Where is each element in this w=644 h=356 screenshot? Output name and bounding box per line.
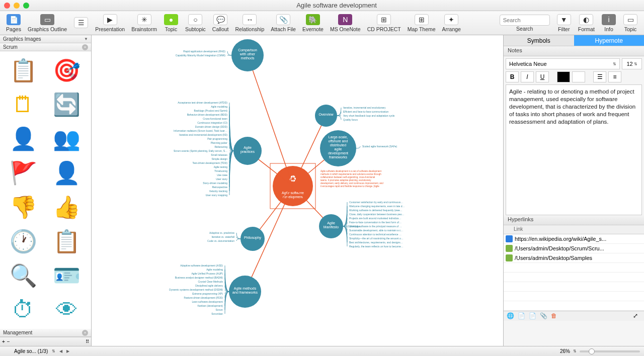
mindmap-canvas[interactable]: ♻Agile softwaredevelopmentAgile software… <box>92 35 503 346</box>
thumbs-down-icon[interactable]: 👎 <box>3 191 43 223</box>
thumbs-up-icon[interactable]: 👍 <box>47 191 87 223</box>
flag-person-icon[interactable]: 🚩 <box>3 157 43 189</box>
team-gear-icon[interactable]: 👥 <box>47 123 87 155</box>
page-selector[interactable]: Agile so... (1/3) <box>14 348 48 354</box>
zoom-level[interactable]: 26% <box>560 348 570 354</box>
resize-handle[interactable]: ⠿ <box>86 339 89 344</box>
person-icon[interactable]: 👤 <box>47 157 87 189</box>
svg-text:Iterative vs. waterfall: Iterative vs. waterfall <box>211 235 234 238</box>
target-icon[interactable]: 🎯 <box>47 54 87 86</box>
remove-button[interactable]: − <box>7 339 10 344</box>
clock-icon[interactable]: 🕐 <box>3 225 43 257</box>
align-button[interactable]: ≡ <box>608 71 621 82</box>
svg-text:Disciplined agile delivery: Disciplined agile delivery <box>195 284 223 287</box>
text-color-button[interactable] <box>557 71 570 82</box>
svg-text:Adaptive vs. predictive: Adaptive vs. predictive <box>209 231 234 234</box>
svg-text:Agile modeling: Agile modeling <box>211 105 227 108</box>
window-zoom[interactable] <box>23 3 29 9</box>
bg-color-button[interactable] <box>572 71 585 82</box>
close-icon[interactable]: × <box>82 44 88 50</box>
svg-text:Kanban (development): Kanban (development) <box>197 304 223 307</box>
toolbar-item[interactable]: ☰ <box>70 16 92 30</box>
toolbar-pages[interactable]: 📄Pages <box>3 13 24 33</box>
link-doc-icon[interactable]: 📄 <box>529 312 537 320</box>
tab-symbols[interactable]: Symbols <box>504 35 574 46</box>
toolbar-callout[interactable]: 💬Callout <box>209 13 232 33</box>
tab-hypernote[interactable]: Hypernote <box>574 35 645 46</box>
toolbar-topic[interactable]: ▭Topic <box>620 13 641 33</box>
next-page[interactable]: ▶ <box>66 349 69 353</box>
italic-button[interactable]: I <box>521 71 534 82</box>
note-textarea[interactable]: Agile - relating to or denoting a method… <box>506 84 642 215</box>
svg-text:Lean software development: Lean software development <box>192 300 223 303</box>
sidebar-header-scrum[interactable]: Scrum × <box>0 43 91 51</box>
toolbar-search[interactable]: Search <box>497 14 553 33</box>
eye-icon[interactable]: 👁 <box>47 294 87 326</box>
toolbar-info[interactable]: iInfo <box>598 13 619 33</box>
right-panel: Symbols Hypernote Notes Helvetica Neue⇅ … <box>503 35 644 346</box>
link-web-icon[interactable]: 🌐 <box>507 312 515 320</box>
gauge-icon[interactable]: ⏱ <box>3 294 43 326</box>
toolbar-format[interactable]: ◐Format <box>575 13 598 33</box>
svg-text:Continuous attention to techni: Continuous attention to technical excell… <box>349 233 401 236</box>
toolbar-arrange[interactable]: ✦Arrange <box>439 13 464 33</box>
svg-text:Very short feedback loop and a: Very short feedback loop and adaptation … <box>343 114 395 117</box>
expand-icon[interactable]: ⤢ <box>633 312 641 320</box>
sidebar-header-graphics[interactable]: Graphics Images ▼ <box>0 35 91 43</box>
svg-text:Regularly, the team reflects o: Regularly, the team reflects on how to b… <box>349 245 404 248</box>
font-select[interactable]: Helvetica Neue⇅ <box>506 58 620 69</box>
toolbar-cd-project[interactable]: ⊞CD PROJECT <box>364 13 404 33</box>
svg-text:Extreme programming (XP): Extreme programming (XP) <box>192 292 223 295</box>
toolbar-evernote[interactable]: 🐘Evernote <box>299 13 327 33</box>
svg-text:Scrum: Scrum <box>216 308 223 311</box>
toolbar: 📄Pages▭Graphics Outline☰▶Presentation✳Br… <box>0 11 644 35</box>
svg-text:Agile Unified Process (AUP): Agile Unified Process (AUP) <box>191 272 223 275</box>
toolbar-topic[interactable]: ●Topic <box>160 13 182 33</box>
link-topic-icon[interactable]: 📎 <box>540 312 548 320</box>
font-size-select[interactable]: 12⇅ <box>622 58 642 69</box>
id-card-icon[interactable]: 🪪 <box>47 259 87 292</box>
sticky-note-icon[interactable]: 🗒 <box>3 88 43 121</box>
svg-text:Adaptive software development : Adaptive software development (ASD) <box>180 264 223 267</box>
link-row[interactable]: https://en.wikipedia.org/wiki/Agile_s... <box>504 234 644 244</box>
sidebar-header-management[interactable]: Management × <box>0 329 91 337</box>
link-del-icon[interactable]: 🗑 <box>551 312 559 320</box>
svg-text:Simplicity—the art of maximizi: Simplicity—the art of maximizing the amo… <box>349 237 404 240</box>
svg-text:Refactoring: Refactoring <box>214 145 227 148</box>
toolbar-graphics-outline[interactable]: ▭Graphics Outline <box>25 13 70 33</box>
svg-text:Continuous integration (CI): Continuous integration (CI) <box>197 121 227 124</box>
clipboard-icon[interactable]: 📋 <box>47 225 87 257</box>
close-icon[interactable]: × <box>82 330 88 336</box>
svg-text:Projects are built around moti: Projects are built around motivated indi… <box>349 217 401 220</box>
window-minimize[interactable] <box>14 3 20 9</box>
toolbar-ms-onenote[interactable]: NMS OneNote <box>327 13 364 33</box>
toolbar-relationship[interactable]: ↔Relationship <box>232 13 268 33</box>
link-row[interactable]: /Users/admin/Desktop/Scrum/Scru... <box>504 244 644 253</box>
money-person-icon[interactable]: 👤 <box>3 123 43 155</box>
checklist-icon[interactable]: 📋 <box>3 54 43 86</box>
toolbar-presentation[interactable]: ▶Presentation <box>92 13 128 33</box>
link-row[interactable]: /Users/admin/Desktop/Samples <box>504 253 644 263</box>
toolbar-attach-file[interactable]: 📎Attach File <box>268 13 299 33</box>
svg-text:Behavior-driven development (B: Behavior-driven development (BDD) <box>187 113 228 116</box>
add-button[interactable]: + <box>2 339 5 344</box>
cycle-icon[interactable]: 🔄 <box>47 88 87 121</box>
underline-button[interactable]: U <box>536 71 549 82</box>
bold-button[interactable]: B <box>506 71 519 82</box>
toolbar-map-theme[interactable]: ⊞Map Theme <box>405 13 439 33</box>
svg-text:Feature-driven development (FD: Feature-driven development (FDD) <box>184 296 223 299</box>
svg-text:Test-driven development (TDD): Test-driven development (TDD) <box>193 161 228 164</box>
zoom-slider[interactable] <box>580 350 640 352</box>
prev-page[interactable]: ◀ <box>59 349 62 353</box>
svg-text:Efficient and face-to-face com: Efficient and face-to-face communication <box>343 110 388 113</box>
toolbar-brainstorm[interactable]: ✳Brainstorm <box>128 13 160 33</box>
toolbar-filter[interactable]: ▼Filter <box>553 13 575 33</box>
list-button[interactable]: ☰ <box>593 71 606 82</box>
toolbar-subtopic[interactable]: ○Subtopic <box>182 13 209 33</box>
search-icon[interactable]: 🔍 <box>3 259 43 292</box>
link-add-icon[interactable]: 📄 <box>518 312 526 320</box>
svg-text:Crystal Clear Methods: Crystal Clear Methods <box>198 280 223 283</box>
window-close[interactable] <box>4 3 10 9</box>
svg-text:Scaled agile framework (SAFe): Scaled agile framework (SAFe) <box>362 145 397 148</box>
search-input[interactable] <box>500 15 550 26</box>
